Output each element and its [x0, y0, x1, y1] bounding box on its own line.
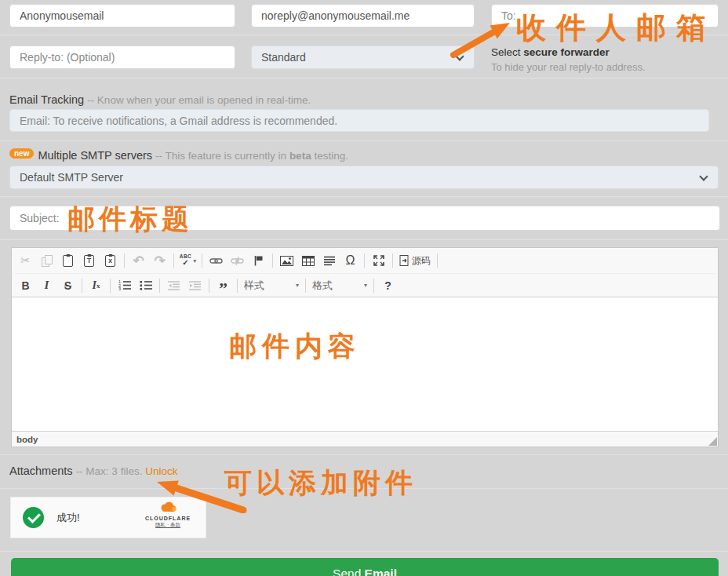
bold-icon[interactable]: B: [16, 276, 35, 295]
remove-format-icon[interactable]: Ix: [86, 276, 106, 295]
editor-body[interactable]: [12, 297, 718, 431]
divider: [0, 454, 728, 455]
divider: [0, 551, 728, 552]
source-button[interactable]: 源码: [397, 251, 433, 270]
source-page-icon: [399, 255, 410, 266]
styles-dropdown-label: 样式: [244, 279, 264, 293]
chevron-down-icon: [455, 52, 464, 60]
privacy-terms-links[interactable]: 隐私 · 条款: [136, 522, 199, 529]
divider: [0, 239, 728, 240]
editor-path-bar: body: [12, 431, 718, 447]
from-email-input[interactable]: [251, 4, 475, 27]
smtp-select[interactable]: Default SMTP Server: [9, 166, 719, 189]
insert-image-icon[interactable]: [277, 251, 297, 270]
forwarder-hint: Select secure forwarder To hide your rea…: [491, 46, 646, 73]
special-character-icon[interactable]: Ω: [340, 251, 360, 270]
decrease-indent-icon[interactable]: [164, 276, 184, 295]
toolbar-separator: [437, 253, 438, 268]
toolbar-separator: [305, 279, 306, 293]
chevron-down-icon: [699, 172, 708, 180]
forwarder-hint-sub: To hide your real reply-to address.: [491, 61, 646, 73]
source-button-label: 源码: [412, 254, 431, 268]
to-input[interactable]: [491, 4, 719, 27]
divider: [0, 78, 728, 78]
format-dropdown[interactable]: 格式 ▾: [309, 276, 370, 295]
caret-down-icon: ▾: [296, 282, 299, 289]
numbered-list-icon[interactable]: 123: [115, 276, 134, 295]
toolbar-separator: [364, 253, 365, 268]
paste-as-text-icon[interactable]: T: [79, 251, 99, 270]
cloudflare-brand: CLOUDFLARE 隐私 · 条款: [136, 501, 199, 529]
email-tracking-label: Email Tracking -- Know when your email i…: [9, 93, 311, 106]
format-dropdown-label: 格式: [312, 279, 333, 293]
toolbar-separator: [272, 253, 273, 268]
smtp-label: newMultiple SMTP servers -- This feature…: [9, 148, 348, 162]
paste-from-word-icon[interactable]: x: [100, 251, 120, 270]
cloudflare-brand-name: CLOUDFLARE: [136, 516, 199, 521]
styles-dropdown[interactable]: 样式 ▾: [241, 276, 302, 295]
success-check-icon: [23, 507, 44, 528]
maximize-icon[interactable]: [369, 251, 388, 270]
italic-icon[interactable]: I: [37, 276, 56, 295]
cloudflare-turnstile-widget[interactable]: 成功! CLOUDFLARE 隐私 · 条款: [10, 497, 206, 538]
compose-email-page: Standard Select secure forwarder To hide…: [0, 0, 728, 576]
tracking-email-input[interactable]: [9, 109, 709, 132]
from-name-input[interactable]: [9, 4, 235, 27]
bulleted-list-icon[interactable]: [136, 276, 155, 295]
horizontal-line-icon[interactable]: [319, 251, 339, 270]
divider: [0, 35, 728, 35]
element-path[interactable]: body: [16, 435, 38, 444]
forwarder-select[interactable]: Standard: [251, 46, 475, 69]
toolbar-separator: [202, 253, 202, 268]
reply-to-input[interactable]: [9, 46, 235, 69]
toolbar-separator: [110, 279, 111, 293]
smtp-selected-value: Default SMTP Server: [20, 171, 123, 184]
rich-text-editor: ✂ T x ↶ ↷ ABC✓ ▾: [11, 247, 719, 447]
toolbar-separator: [209, 279, 209, 293]
new-badge: new: [9, 148, 34, 159]
spellcheck-icon[interactable]: ABC✓ ▾: [178, 251, 198, 270]
toolbar-separator: [159, 279, 160, 293]
toolbar-separator: [373, 279, 374, 293]
blockquote-icon[interactable]: ”: [213, 276, 233, 295]
subject-input[interactable]: [9, 206, 720, 231]
about-icon[interactable]: ?: [378, 276, 398, 295]
caret-down-icon: ▾: [364, 282, 367, 289]
anchor-flag-icon[interactable]: [249, 251, 268, 270]
toolbar-separator: [392, 253, 393, 268]
captcha-status: 成功!: [56, 511, 80, 525]
editor-toolbar: ✂ T x ↶ ↷ ABC✓ ▾: [12, 248, 718, 297]
attachments-label: Attachments: [9, 465, 73, 477]
paste-icon[interactable]: [58, 251, 78, 270]
toolbar-separator: [82, 279, 82, 293]
annotation-attachments-note: 可以添加附件: [224, 465, 417, 501]
toolbar-row-2: B I S Ix 123 ”: [15, 273, 715, 297]
forwarder-hint-title: Select secure forwarder: [491, 46, 646, 58]
send-email-button[interactable]: Send Email: [11, 558, 719, 576]
toolbar-separator: [124, 253, 125, 268]
unlink-icon[interactable]: [228, 251, 247, 270]
copy-icon[interactable]: [37, 251, 56, 270]
strikethrough-icon[interactable]: S: [58, 276, 78, 295]
undo-icon[interactable]: ↶: [129, 251, 148, 270]
increase-indent-icon[interactable]: [185, 276, 205, 295]
toolbar-separator: [173, 253, 174, 268]
cloudflare-cloud-icon: [158, 501, 178, 512]
toolbar-separator: [237, 279, 238, 293]
redo-icon[interactable]: ↷: [150, 251, 169, 270]
cut-icon[interactable]: ✂: [16, 251, 35, 270]
unlock-link[interactable]: Unlock: [145, 465, 177, 477]
caret-down-icon: ▾: [193, 257, 196, 264]
divider: [0, 140, 728, 141]
attachments-row: Attachments -- Max: 3 files. Unlock: [9, 465, 177, 477]
toolbar-row-1: ✂ T x ↶ ↷ ABC✓ ▾: [15, 248, 715, 273]
forwarder-selected-value: Standard: [261, 51, 306, 64]
svg-text:3: 3: [118, 286, 121, 290]
divider: [0, 196, 728, 197]
insert-table-icon[interactable]: [298, 251, 318, 270]
divider: [0, 488, 728, 489]
link-icon[interactable]: [206, 251, 226, 270]
resize-handle-icon[interactable]: [708, 437, 717, 446]
